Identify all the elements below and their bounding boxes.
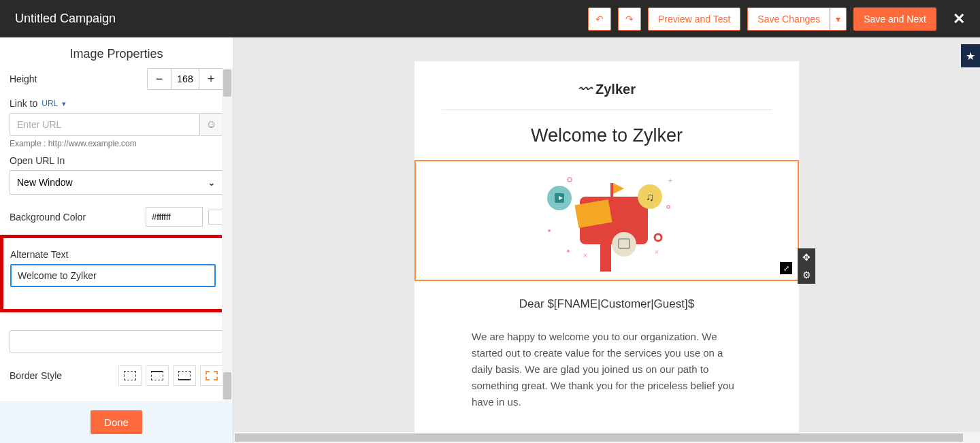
panel-body: Height − 168 + Link to URL ▾ ☺ Example :… xyxy=(0,68,233,401)
border-option-top[interactable] xyxy=(146,365,169,386)
link-to-text: Link to xyxy=(10,98,37,109)
bg-color-input[interactable] xyxy=(146,207,203,227)
sidebar-scrollbar-thumb[interactable] xyxy=(223,69,231,97)
close-icon[interactable]: ✕ xyxy=(953,10,965,28)
done-button[interactable]: Done xyxy=(91,410,142,434)
bg-color-row: Background Color xyxy=(10,207,223,227)
open-url-select[interactable]: New Window ⌄ xyxy=(10,170,223,195)
panel-title: Image Properties xyxy=(0,37,233,68)
move-block-button[interactable]: ✥ xyxy=(798,248,815,266)
email-greeting: Dear $[FNAME|Customer|Guest]$ xyxy=(414,297,799,311)
bg-color-controls xyxy=(146,207,223,227)
sidebar-scrollbar-thumb[interactable] xyxy=(223,372,231,399)
height-increment-button[interactable]: + xyxy=(199,69,223,89)
svg-point-13 xyxy=(667,206,670,208)
svg-text:×: × xyxy=(583,252,587,259)
canvas-scrollbar-thumb[interactable] xyxy=(235,433,963,442)
height-value[interactable]: 168 xyxy=(171,69,199,89)
email-heading: Welcome to Zylker xyxy=(414,125,799,146)
svg-text:×: × xyxy=(655,248,659,256)
open-url-label: Open URL In xyxy=(10,155,223,166)
alt-text-label: Alternate Text xyxy=(10,249,216,260)
svg-point-16 xyxy=(567,250,570,252)
sidebar-scrollbar[interactable] xyxy=(222,68,233,401)
brand-name: Zylker xyxy=(595,82,636,97)
brand-logo: 〰 Zylker xyxy=(414,82,799,97)
border-option-bottom[interactable] xyxy=(173,365,196,386)
border-option-none[interactable] xyxy=(200,365,223,386)
alt-text-highlight: Alternate Text xyxy=(0,235,226,312)
email-canvas[interactable]: 〰 Zylker Welcome to Zylker ♫ xyxy=(233,37,980,443)
height-row: Height − 168 + xyxy=(10,68,223,90)
bg-color-swatch[interactable] xyxy=(208,210,223,225)
settings-block-button[interactable]: ⚙ xyxy=(798,266,815,284)
brand-mark-icon: 〰 xyxy=(578,82,591,97)
svg-point-14 xyxy=(655,234,662,241)
height-decrement-button[interactable]: − xyxy=(148,69,171,89)
preview-and-test-button[interactable]: Preview and Test xyxy=(648,7,740,31)
save-changes-dropdown-button[interactable]: ▾ xyxy=(830,7,847,31)
favorites-tab[interactable]: ★ xyxy=(961,44,980,67)
svg-point-8 xyxy=(612,232,636,257)
save-changes-button[interactable]: Save Changes xyxy=(747,7,830,31)
svg-rect-1 xyxy=(600,244,611,272)
divider xyxy=(442,110,772,110)
sidebar-footer: Done xyxy=(0,401,233,443)
url-addon-button[interactable]: ☺ xyxy=(200,113,223,136)
svg-marker-11 xyxy=(613,183,624,194)
block-tools: ✥ ⚙ xyxy=(798,248,815,284)
link-to-group: Link to URL ▾ ☺ Example : http://www.exa… xyxy=(10,98,223,148)
redo-button[interactable]: ↷ xyxy=(618,7,641,31)
url-input[interactable] xyxy=(10,113,200,136)
link-to-label: Link to URL ▾ xyxy=(10,98,223,109)
height-stepper: − 168 + xyxy=(147,68,223,90)
save-and-next-button[interactable]: Save and Next xyxy=(853,7,936,31)
email-body-text: We are happy to welcome you to our organ… xyxy=(414,329,799,410)
alt-text-input[interactable] xyxy=(10,264,216,287)
chevron-down-icon[interactable]: ▾ xyxy=(62,99,66,108)
undo-button[interactable]: ↶ xyxy=(588,7,611,31)
selected-image-block[interactable]: ♫ × × + ⤢ ✥ ⚙ xyxy=(414,160,799,281)
border-style-options xyxy=(118,365,223,386)
border-style-label: Border Style xyxy=(10,370,62,381)
properties-sidebar: Image Properties Height − 168 + Link to … xyxy=(0,37,233,443)
person-icon: ☺ xyxy=(206,118,216,131)
border-option-all[interactable] xyxy=(118,365,142,386)
save-changes-group: Save Changes ▾ xyxy=(747,7,847,31)
border-style-row: Border Style xyxy=(10,365,223,386)
email-preview: 〰 Zylker Welcome to Zylker ♫ xyxy=(414,61,799,438)
svg-text:♫: ♫ xyxy=(646,191,654,203)
svg-point-15 xyxy=(548,229,551,232)
link-to-type[interactable]: URL xyxy=(42,99,58,108)
mailbox-illustration: ♫ × × + xyxy=(536,169,679,272)
url-input-row: ☺ xyxy=(10,113,223,136)
campaign-title: Untitled Campaign xyxy=(15,12,116,26)
open-url-value: New Window xyxy=(17,177,73,188)
bg-color-label: Background Color xyxy=(10,212,86,223)
svg-point-12 xyxy=(568,178,572,182)
url-example-hint: Example : http://www.example.com xyxy=(10,139,223,148)
canvas-horizontal-scrollbar[interactable] xyxy=(233,432,980,443)
height-label: Height xyxy=(10,73,37,84)
title-group: Title xyxy=(10,315,223,353)
expand-icon[interactable]: ⤢ xyxy=(780,262,792,274)
svg-rect-10 xyxy=(610,183,613,210)
chevron-down-icon: ⌄ xyxy=(208,177,216,188)
svg-text:+: + xyxy=(668,177,672,184)
title-input[interactable] xyxy=(10,330,223,353)
top-bar-actions: ↶ ↷ Preview and Test Save Changes ▾ Save… xyxy=(588,7,965,31)
top-bar: Untitled Campaign ↶ ↷ Preview and Test S… xyxy=(0,0,980,37)
open-url-group: Open URL In New Window ⌄ xyxy=(10,155,223,195)
